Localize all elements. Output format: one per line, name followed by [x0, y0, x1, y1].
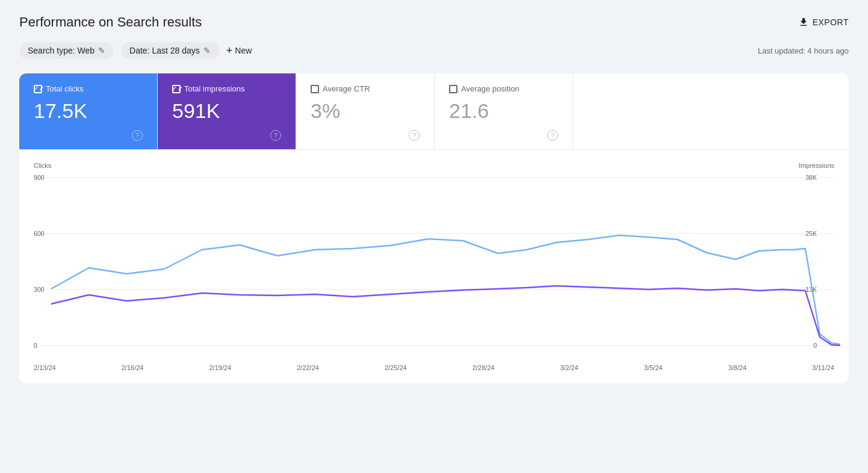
metric-value-total-clicks: 17.5K [34, 99, 143, 123]
plus-icon: + [226, 45, 233, 57]
svg-text:600: 600 [34, 230, 45, 237]
search-type-filter[interactable]: Search type: Web ✎ [19, 42, 114, 59]
svg-text:38K: 38K [805, 174, 817, 181]
x-axis-label: 2/16/24 [122, 364, 144, 371]
help-icon-average-ctr[interactable]: ? [409, 130, 420, 141]
export-button[interactable]: EXPORT [798, 17, 849, 28]
metric-label-total-clicks: Total clicks [46, 84, 84, 93]
svg-text:25K: 25K [805, 230, 817, 237]
metric-header-average-ctr: Average CTR [311, 84, 420, 93]
chart-container: Clicks Impressions 900 600 300 0 38K [19, 150, 849, 383]
metric-value-average-ctr: 3% [311, 99, 420, 123]
x-axis-label: 3/8/24 [728, 364, 747, 371]
help-icon-average-position[interactable]: ? [547, 130, 558, 141]
date-filter[interactable]: Date: Last 28 days ✎ [121, 42, 219, 59]
download-icon [798, 17, 809, 28]
metric-label-average-ctr: Average CTR [323, 84, 370, 93]
metric-label-total-impressions: Total impressions [184, 84, 244, 93]
checkbox-total-impressions: ✓ [172, 85, 181, 93]
edit-icon: ✎ [98, 46, 105, 55]
x-axis-label: 2/25/24 [385, 364, 407, 371]
page-title: Performance on Search results [19, 14, 202, 30]
filter-row: Search type: Web ✎ Date: Last 28 days ✎ … [19, 42, 849, 59]
main-card: ✓ Total clicks 17.5K ? ✓ Total impressio… [19, 73, 849, 383]
metric-tile-average-position[interactable]: Average position 21.6 ? [435, 73, 573, 149]
chart-area: 900 600 300 0 38K 25K 13K 0 2/13/242/16/… [34, 172, 834, 371]
metric-label-average-position: Average position [461, 84, 519, 93]
metric-tile-average-ctr[interactable]: Average CTR 3% ? [296, 73, 435, 149]
metric-tile-total-clicks[interactable]: ✓ Total clicks 17.5K ? [19, 73, 158, 149]
metrics-row: ✓ Total clicks 17.5K ? ✓ Total impressio… [19, 73, 849, 150]
metric-header-average-position: Average position [449, 84, 558, 93]
purple-line [51, 286, 840, 345]
x-axis-label: 2/19/24 [209, 364, 231, 371]
clicks-axis-label: Clicks [34, 162, 51, 169]
checkbox-total-clicks: ✓ [34, 85, 42, 93]
svg-text:900: 900 [34, 174, 45, 181]
svg-text:0: 0 [34, 342, 37, 349]
x-axis-label: 2/28/24 [473, 364, 495, 371]
checkbox-average-ctr [311, 85, 319, 93]
metric-tile-total-impressions[interactable]: ✓ Total impressions 591K ? [158, 73, 296, 149]
x-axis-label: 3/11/24 [812, 364, 834, 371]
metric-header-total-impressions: ✓ Total impressions [172, 84, 281, 93]
help-icon-total-clicks[interactable]: ? [132, 130, 143, 141]
last-updated-label: Last updated: 4 hours ago [758, 46, 849, 55]
x-axis-label: 2/22/24 [297, 364, 319, 371]
x-axis-label: 2/13/24 [34, 364, 56, 371]
metric-value-average-position: 21.6 [449, 99, 558, 123]
svg-text:0: 0 [813, 342, 817, 349]
impressions-axis-label: Impressions [799, 162, 834, 169]
metric-value-total-impressions: 591K [172, 99, 281, 123]
chart-svg: 900 600 300 0 38K 25K 13K 0 [34, 172, 834, 358]
new-filter-button[interactable]: + New [226, 45, 252, 57]
x-axis-labels: 2/13/242/16/242/19/242/22/242/25/242/28/… [34, 364, 834, 371]
checkbox-average-position [449, 85, 457, 93]
x-axis-label: 3/2/24 [560, 364, 578, 371]
x-axis-label: 3/5/24 [644, 364, 663, 371]
metric-header-total-clicks: ✓ Total clicks [34, 84, 143, 93]
help-icon-total-impressions[interactable]: ? [270, 130, 281, 141]
edit-icon: ✎ [203, 46, 211, 55]
svg-text:300: 300 [34, 286, 45, 293]
